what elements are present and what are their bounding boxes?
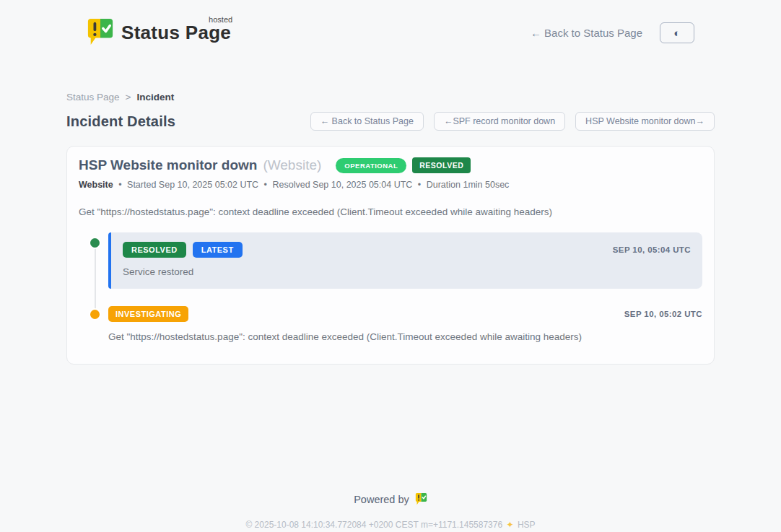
back-to-status-page-button[interactable]: ← Back to Status Page <box>310 112 424 131</box>
timeline-connector-line <box>95 244 96 315</box>
brand-text: Status Page hosted <box>121 22 232 44</box>
powered-by-row: Powered by <box>0 492 781 506</box>
meta-component: Website <box>79 180 113 190</box>
copyright-text: © 2025-10-08 14:10:34.772084 +0200 CEST … <box>245 520 502 530</box>
incident-description: Get "https://hostedstatus.page": context… <box>79 206 702 217</box>
incident-timeline: RESOLVED LATEST SEP 10, 05:04 UTC Servic… <box>79 232 702 342</box>
breadcrumb-status-page[interactable]: Status Page <box>66 92 120 103</box>
main-content: Status Page > Incident Incident Details … <box>66 92 715 365</box>
resolved-badge: RESOLVED <box>412 157 471 173</box>
status-bubble-icon[interactable] <box>415 492 427 506</box>
meta-separator: • <box>264 180 267 190</box>
header-right: ← Back to Status Page ◐ <box>531 22 694 43</box>
incident-title: HSP Website monitor down <box>79 157 257 173</box>
latest-tag-badge: LATEST <box>193 242 243 258</box>
breadcrumb-incident: Incident <box>136 92 174 103</box>
incident-nav-buttons: ← Back to Status Page ←SPF record monito… <box>310 112 715 131</box>
resolved-status-badge: RESOLVED <box>123 242 186 258</box>
copyright-brand: HSP <box>518 520 536 530</box>
page-title: Incident Details <box>66 113 175 130</box>
incident-meta: Website • Started Sep 10, 2025 05:02 UTC… <box>79 180 702 190</box>
timeline-entry-header: RESOLVED LATEST SEP 10, 05:04 UTC <box>123 242 691 258</box>
theme-toggle-button[interactable]: ◐ <box>660 22 694 43</box>
meta-resolved: Resolved Sep 10, 2025 05:04 UTC <box>272 180 412 190</box>
meta-duration: Duration 1min 50sec <box>427 180 510 190</box>
incident-card: HSP Website monitor down (Website) OPERA… <box>66 146 715 365</box>
meta-separator: • <box>118 180 121 190</box>
timeline-entry-timestamp: SEP 10, 05:02 UTC <box>624 310 702 318</box>
brand-name: Status Page <box>121 22 231 43</box>
meta-started: Started Sep 10, 2025 05:02 UTC <box>127 180 258 190</box>
breadcrumb-separator: > <box>126 92 131 103</box>
header: Status Page hosted ← Back to Status Page… <box>87 0 694 55</box>
timeline-entry-investigating: INVESTIGATING SEP 10, 05:02 UTC Get "htt… <box>108 306 702 342</box>
title-row: Incident Details ← Back to Status Page ←… <box>66 112 715 131</box>
timeline-entry-message: Get "https://hostedstatus.page": context… <box>108 331 702 342</box>
sparkle-icon: ✦ <box>506 520 513 530</box>
powered-by-label: Powered by <box>354 494 409 505</box>
brand-logo[interactable]: Status Page hosted <box>87 17 232 48</box>
timeline-dot-investigating <box>89 308 101 320</box>
operational-badge: OPERATIONAL <box>336 158 406 173</box>
header-back-link[interactable]: ← Back to Status Page <box>531 27 642 39</box>
investigating-status-badge: INVESTIGATING <box>108 306 188 322</box>
timeline-entry-latest: RESOLVED LATEST SEP 10, 05:04 UTC Servic… <box>108 232 702 289</box>
incident-subsystem: (Website) <box>263 157 321 173</box>
prev-incident-button[interactable]: ←SPF record monitor down <box>434 112 565 131</box>
timeline-entry-header: INVESTIGATING SEP 10, 05:02 UTC <box>108 306 702 322</box>
timeline-entry-badges: RESOLVED LATEST <box>123 242 243 258</box>
meta-separator: • <box>418 180 421 190</box>
timeline-dot-resolved <box>89 237 101 249</box>
brand-hosted-label: hosted <box>209 15 232 24</box>
status-bubble-icon <box>87 17 114 48</box>
next-incident-button[interactable]: HSP Website monitor down→ <box>575 112 715 131</box>
footer: Powered by © 2025-10-08 14:10:34.772084 … <box>0 492 781 530</box>
half-circle-icon: ◐ <box>673 27 680 38</box>
incident-title-row: HSP Website monitor down (Website) OPERA… <box>79 157 702 173</box>
timeline-entry-timestamp: SEP 10, 05:04 UTC <box>613 245 691 254</box>
timeline-entry-message: Service restored <box>123 266 691 277</box>
breadcrumb: Status Page > Incident <box>66 92 715 103</box>
copyright-line: © 2025-10-08 14:10:34.772084 +0200 CEST … <box>0 520 781 530</box>
